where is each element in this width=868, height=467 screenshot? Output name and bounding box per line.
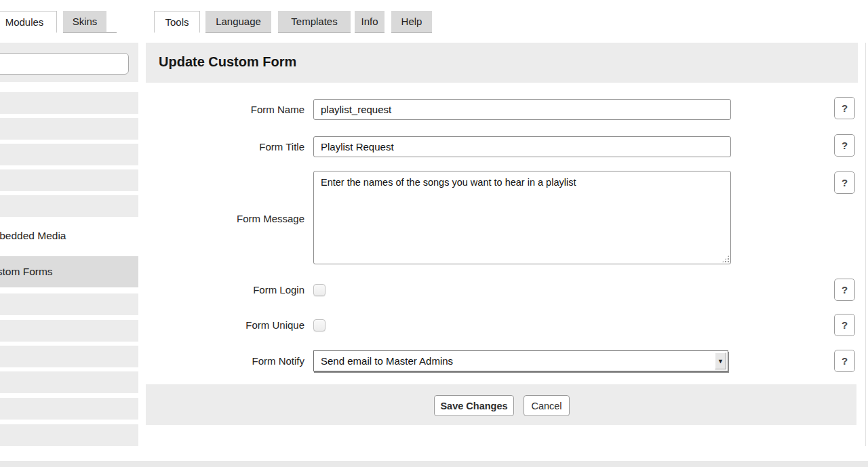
sidebar-item-label: Custom Forms	[0, 266, 53, 278]
question-mark-icon: ?	[842, 102, 848, 114]
form-unique-label: Form Unique	[146, 319, 304, 331]
form-title-help-button[interactable]: ?	[834, 134, 855, 157]
sidebar-item[interactable]	[0, 371, 138, 393]
admin-window: Modules Skins Tools Language Templates I…	[0, 0, 868, 467]
sidebar-item[interactable]	[0, 195, 138, 217]
form-login-help-button[interactable]: ?	[834, 279, 855, 301]
tab-skins-label: Skins	[73, 16, 98, 27]
tab-help-label: Help	[401, 16, 422, 27]
bottom-status-strip	[0, 461, 868, 467]
form-login-label: Form Login	[146, 284, 304, 296]
sidebar-item[interactable]	[0, 169, 138, 191]
sidebar-item-custom-forms[interactable]: Custom Forms	[0, 256, 138, 287]
question-mark-icon: ?	[842, 319, 848, 331]
sidebar-item-embedded-media[interactable]: Embedded Media	[0, 224, 138, 248]
dropdown-arrow-icon[interactable]: ▼	[715, 352, 726, 369]
form-title-label: Form Title	[146, 141, 304, 153]
sidebar-item[interactable]	[0, 320, 138, 342]
form-name-label: Form Name	[146, 104, 304, 115]
tab-info-label: Info	[361, 16, 378, 27]
form-unique-checkbox[interactable]	[313, 319, 326, 331]
tab-modules-label: Modules	[5, 16, 44, 28]
sidebar-item[interactable]	[0, 144, 138, 165]
question-mark-icon: ?	[842, 177, 848, 188]
tab-skins[interactable]: Skins	[63, 11, 106, 33]
tab-tools-label: Tools	[165, 16, 189, 28]
sidebar-item[interactable]	[0, 398, 138, 420]
sidebar-item[interactable]	[0, 293, 138, 315]
form-name-input[interactable]	[313, 99, 731, 120]
sidebar-search-input[interactable]	[0, 53, 129, 75]
form-message-help-button[interactable]: ?	[834, 171, 855, 194]
tab-templates[interactable]: Templates	[278, 11, 351, 33]
sidebar-item[interactable]	[0, 118, 138, 140]
sidebar-item-label: Embedded Media	[0, 230, 66, 242]
sidebar-item[interactable]	[0, 92, 138, 114]
form-message-label: Form Message	[146, 213, 304, 224]
form-unique-help-button[interactable]: ?	[834, 314, 855, 336]
form-login-checkbox[interactable]	[313, 284, 326, 296]
tab-language[interactable]: Language	[205, 11, 271, 33]
question-mark-icon: ?	[842, 140, 848, 151]
tab-language-label: Language	[216, 16, 261, 27]
cancel-button[interactable]: Cancel	[524, 395, 570, 416]
question-mark-icon: ?	[842, 355, 848, 367]
tab-tools[interactable]: Tools	[154, 11, 200, 33]
save-changes-button[interactable]: Save Changes	[434, 395, 514, 416]
sidebar-item[interactable]	[0, 346, 138, 367]
tab-help[interactable]: Help	[391, 11, 432, 33]
tab-templates-label: Templates	[291, 16, 337, 27]
form-title-input[interactable]	[313, 136, 731, 157]
question-mark-icon: ?	[842, 284, 848, 296]
tab-info[interactable]: Info	[355, 11, 384, 33]
tab-strip-edge	[106, 32, 117, 33]
form-notify-selected-value: Send email to Master Admins	[321, 355, 453, 367]
sidebar-item[interactable]	[0, 424, 138, 446]
page-title: Update Custom Form	[159, 54, 296, 70]
tab-modules[interactable]: Modules	[0, 11, 57, 33]
panel-right-border	[865, 43, 866, 446]
form-name-help-button[interactable]: ?	[834, 97, 855, 119]
form-notify-select[interactable]: Send email to Master Admins ▼	[313, 350, 728, 371]
form-notify-label: Form Notify	[146, 355, 304, 367]
form-message-textarea[interactable]: Enter the names of the songs you want to…	[313, 171, 731, 264]
form-notify-help-button[interactable]: ?	[834, 350, 855, 372]
